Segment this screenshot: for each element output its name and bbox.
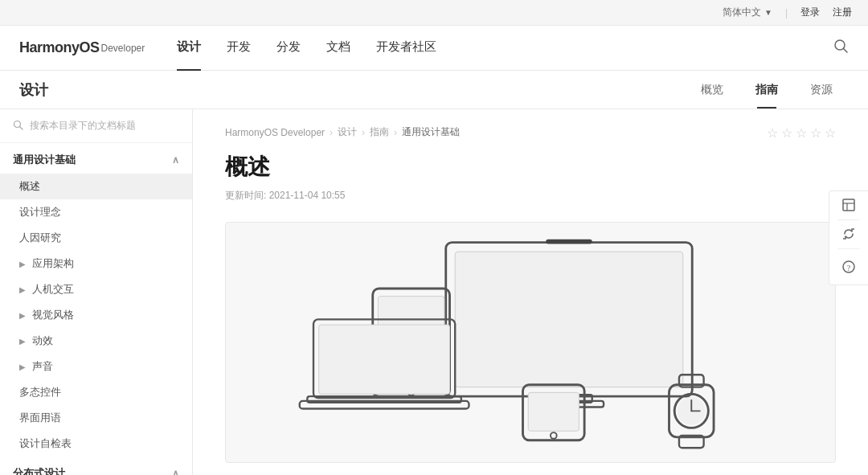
sidebar-search-placeholder: 搜索本目录下的文档标题 <box>30 119 136 133</box>
sidebar-item-app-arch[interactable]: ▶应用架构 <box>0 251 192 276</box>
page-title: 概述 <box>225 152 836 182</box>
logo-text: HarmonyOS <box>19 39 100 56</box>
arrow-app-arch: ▶ <box>19 260 26 268</box>
search-icon[interactable] <box>833 38 849 58</box>
svg-text:?: ? <box>847 263 851 272</box>
star-3[interactable]: ☆ <box>796 125 807 141</box>
star-5[interactable]: ☆ <box>825 125 836 141</box>
devices-illustration <box>256 235 805 450</box>
refresh-icon[interactable] <box>837 227 860 249</box>
tab-guide[interactable]: 指南 <box>739 72 794 109</box>
breadcrumb: HarmonyOS Developer › 设计 › 指南 › 通用设计基础 <box>225 125 836 139</box>
sidebar-item-hci[interactable]: ▶人机交互 <box>0 276 192 302</box>
group-label-general: 通用设计基础 <box>13 153 76 167</box>
star-1[interactable]: ☆ <box>767 125 778 141</box>
login-link[interactable]: 登录 <box>800 6 820 19</box>
sidebar-item-sound[interactable]: ▶声音 <box>0 354 192 379</box>
nav-items: 设计 开发 分发 文档 开发者社区 <box>177 39 833 56</box>
sidebar-search[interactable]: 搜索本目录下的文档标题 <box>0 109 192 143</box>
main-content: HarmonyOS Developer › 设计 › 指南 › 通用设计基础 ☆… <box>193 109 868 475</box>
tab-overview[interactable]: 概览 <box>685 72 739 109</box>
svg-rect-8 <box>546 240 592 244</box>
sidebar-item-design-concept[interactable]: 设计理念 <box>0 199 192 225</box>
top-bar-divider: | <box>785 7 788 18</box>
main-nav: HarmonyOS Developer 设计 开发 分发 文档 开发者社区 <box>0 26 868 71</box>
svg-rect-26 <box>843 199 854 211</box>
sidebar: 搜索本目录下的文档标题 通用设计基础 ∧ 概述 设计理念 人因研究 ▶应用架构 … <box>0 109 193 475</box>
nav-item-community[interactable]: 开发者社区 <box>376 39 436 56</box>
logo[interactable]: HarmonyOS Developer <box>19 39 145 56</box>
arrow-hci: ▶ <box>19 285 26 294</box>
tab-resources[interactable]: 资源 <box>794 72 849 109</box>
hero-image <box>225 222 836 463</box>
collapse-icon-general: ∧ <box>172 154 179 166</box>
logo-sub: Developer <box>101 43 145 54</box>
breadcrumb-home[interactable]: HarmonyOS Developer <box>225 127 325 138</box>
breadcrumb-sep3: › <box>394 127 397 138</box>
section-tabs: 概览 指南 资源 <box>685 72 849 109</box>
group-label-distributed: 分布式设计 <box>13 466 65 475</box>
help-icon[interactable]: ? <box>837 256 860 278</box>
sidebar-item-visual-style[interactable]: ▶视觉风格 <box>0 302 192 328</box>
svg-rect-13 <box>528 392 579 431</box>
breadcrumb-current: 通用设计基础 <box>402 125 460 139</box>
sidebar-item-overview[interactable]: 概述 <box>0 174 192 199</box>
language-selector[interactable]: 简体中文 ▼ <box>723 6 772 19</box>
edit-icon[interactable] <box>837 198 860 220</box>
collapse-icon-distributed: ∧ <box>172 468 179 475</box>
breadcrumb-sep1: › <box>330 127 333 138</box>
sidebar-item-human-factors[interactable]: 人因研究 <box>0 225 192 251</box>
star-2[interactable]: ☆ <box>781 125 792 141</box>
breadcrumb-guide[interactable]: 指南 <box>370 125 389 139</box>
sidebar-item-checklist1[interactable]: 设计自检表 <box>0 431 192 457</box>
group-items-general: 概述 设计理念 人因研究 ▶应用架构 ▶人机交互 ▶视觉风格 ▶动效 ▶声音 多… <box>0 174 192 457</box>
nav-item-design[interactable]: 设计 <box>177 39 201 56</box>
svg-line-1 <box>844 49 848 53</box>
sidebar-item-multistate[interactable]: 多态控件 <box>0 379 192 405</box>
svg-rect-7 <box>455 252 683 387</box>
arrow-sound: ▶ <box>19 362 26 371</box>
language-chevron: ▼ <box>764 8 772 17</box>
group-header-general-design[interactable]: 通用设计基础 ∧ <box>0 143 192 174</box>
nav-item-docs[interactable]: 文档 <box>326 39 350 56</box>
top-bar: 简体中文 ▼ | 登录 注册 <box>0 0 868 26</box>
nav-item-develop[interactable]: 开发 <box>227 39 251 56</box>
section-title: 设计 <box>19 80 48 100</box>
body-layout: 搜索本目录下的文档标题 通用设计基础 ∧ 概述 设计理念 人因研究 ▶应用架构 … <box>0 109 868 475</box>
rating-stars[interactable]: ☆ ☆ ☆ ☆ ☆ <box>767 125 836 141</box>
arrow-visual: ▶ <box>19 311 26 320</box>
star-4[interactable]: ☆ <box>810 125 821 141</box>
section-header: 设计 概览 指南 资源 <box>0 71 868 109</box>
group-header-distributed[interactable]: 分布式设计 ∧ <box>0 457 192 475</box>
arrow-animation: ▶ <box>19 337 26 346</box>
right-float-buttons: ? <box>829 190 868 285</box>
language-label: 简体中文 <box>723 6 761 19</box>
register-link[interactable]: 注册 <box>833 6 852 19</box>
sidebar-item-animation[interactable]: ▶动效 <box>0 328 192 354</box>
sidebar-search-icon <box>13 120 23 133</box>
svg-point-14 <box>551 432 557 439</box>
breadcrumb-sep2: › <box>362 127 365 138</box>
svg-rect-25 <box>319 325 450 394</box>
update-time: 更新时间: 2021-11-04 10:55 <box>225 189 836 203</box>
nav-item-distribute[interactable]: 分发 <box>276 39 301 56</box>
svg-line-3 <box>20 126 23 129</box>
sidebar-item-ui-language[interactable]: 界面用语 <box>0 405 192 431</box>
breadcrumb-design[interactable]: 设计 <box>338 125 357 139</box>
